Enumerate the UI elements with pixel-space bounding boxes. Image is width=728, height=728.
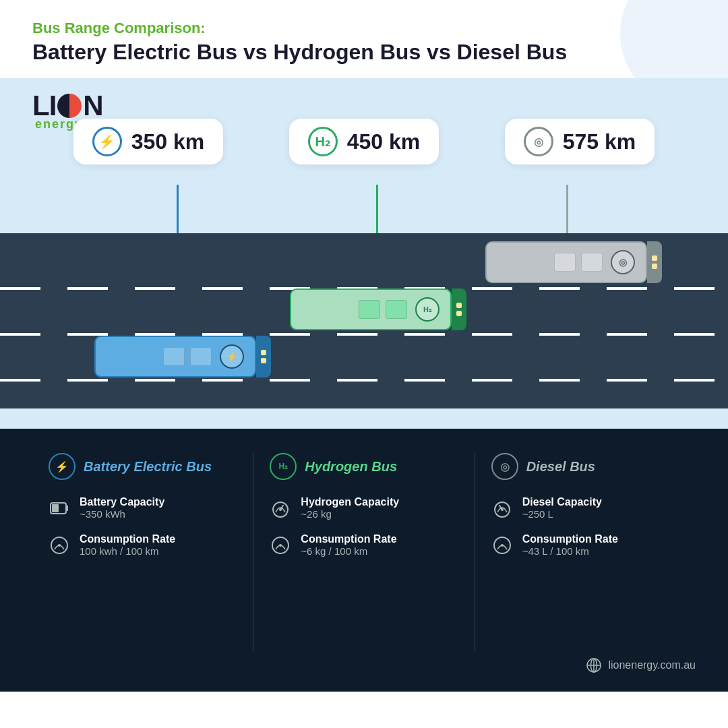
- card-diesel-stat-1: Diesel Capacity ~250 L: [491, 496, 679, 520]
- range-badges-container: ⚡ 350 km H₂ 450 km ◎ 575 km: [0, 119, 728, 164]
- bus-window-e2: [190, 347, 212, 366]
- diesel-badge-icon: ◎: [524, 127, 553, 156]
- card-hydrogen-header: H₂ Hydrogen Bus: [270, 453, 458, 480]
- card-electric-stat-2: Consumption Rate 100 kwh / 100 km: [49, 533, 237, 557]
- range-badge-hydrogen: H₂ 450 km: [289, 119, 439, 164]
- logo-n: N: [83, 92, 102, 120]
- svg-point-7: [279, 508, 282, 511]
- card-electric-stat-1: Battery Capacity ~350 kWh: [49, 496, 237, 520]
- bus-electric: ⚡: [94, 336, 256, 377]
- stat-value-h1: ~26 kg: [301, 508, 399, 520]
- headlight-h2: [456, 311, 462, 316]
- header-subtitle: Bus Range Comparison:: [32, 19, 696, 38]
- stat-value-e2: 100 kwh / 100 km: [80, 545, 175, 557]
- speedometer-icon-e: [49, 535, 70, 556]
- stat-label-h1: Hydrogen Capacity: [301, 496, 399, 508]
- speedometer-icon-d: [491, 535, 513, 556]
- card-electric-title: Battery Electric Bus: [84, 459, 212, 475]
- bus-diesel-icon: ◎: [611, 250, 635, 274]
- card-hydrogen-title: Hydrogen Bus: [305, 459, 397, 475]
- stat-value-d2: ~43 L / 100 km: [522, 545, 618, 557]
- stat-value-e1: ~350 kWh: [80, 508, 164, 520]
- svg-point-9: [279, 544, 282, 547]
- header-title: Battery Electric Bus vs Hydrogen Bus vs …: [32, 38, 696, 67]
- gauge-icon-d: [491, 497, 513, 519]
- stat-text-h1: Hydrogen Capacity ~26 kg: [301, 496, 399, 520]
- headlight-e1: [261, 350, 266, 355]
- range-badge-electric: ⚡ 350 km: [73, 119, 224, 164]
- stat-text-e2: Consumption Rate 100 kwh / 100 km: [80, 533, 175, 557]
- bus-window-d1: [554, 253, 576, 272]
- svg-rect-1: [66, 506, 68, 511]
- footer: lionenergy.com.au: [32, 651, 696, 673]
- bus-electric-icon: ⚡: [220, 344, 244, 369]
- svg-point-4: [58, 544, 61, 547]
- card-diesel-header: ◎ Diesel Bus: [491, 453, 679, 480]
- bus-diesel: ◎: [485, 241, 647, 283]
- bus-hydrogen-front: [452, 289, 466, 330]
- bus-diesel-front: [647, 241, 662, 283]
- bottom-cards: ⚡ Battery Electric Bus Battery Capacity …: [32, 453, 696, 651]
- bus-window-h1: [359, 300, 380, 319]
- bottom-section: ⚡ Battery Electric Bus Battery Capacity …: [0, 429, 728, 692]
- headlight-e2: [261, 358, 266, 363]
- stat-text-d2: Consumption Rate ~43 L / 100 km: [522, 533, 618, 557]
- card-diesel-title: Diesel Bus: [526, 459, 595, 475]
- card-electric-icon: ⚡: [49, 453, 75, 480]
- logo-li: LI: [32, 92, 56, 120]
- card-hydrogen-icon: H₂: [270, 453, 297, 480]
- stat-label-h2: Consumption Rate: [301, 533, 396, 545]
- bus-window-d2: [581, 253, 603, 272]
- header-section: Bus Range Comparison: Battery Electric B…: [0, 0, 728, 78]
- card-diesel-icon: ◎: [491, 453, 518, 480]
- range-badge-diesel: ◎ 575 km: [505, 119, 655, 164]
- road: ⚡ H₂ ◎: [0, 233, 728, 408]
- card-diesel: ◎ Diesel Bus Diesel Capacity ~250 L: [475, 453, 696, 651]
- stat-label-d1: Diesel Capacity: [522, 496, 602, 508]
- footer-website: lionenergy.com.au: [608, 659, 696, 671]
- card-hydrogen-stat-1: Hydrogen Capacity ~26 kg: [270, 496, 458, 520]
- svg-point-12: [501, 508, 504, 511]
- svg-rect-2: [52, 504, 59, 512]
- bus-electric-front: [256, 336, 271, 377]
- road-line-bottom: [0, 379, 728, 382]
- headlight-d1: [652, 255, 657, 261]
- diesel-range-value: 575 km: [563, 129, 636, 154]
- logo-text: LI N: [32, 92, 103, 120]
- globe-icon: [586, 658, 601, 673]
- svg-point-14: [501, 544, 504, 547]
- stat-text-d1: Diesel Capacity ~250 L: [522, 496, 602, 520]
- stat-label-d2: Consumption Rate: [522, 533, 618, 545]
- electric-range-value: 350 km: [131, 129, 205, 154]
- bus-hydrogen: H₂: [290, 289, 452, 330]
- card-hydrogen: H₂ Hydrogen Bus Hydrogen Capacity ~26 kg: [253, 453, 475, 651]
- stat-label-e1: Battery Capacity: [80, 496, 164, 508]
- deco-circle: [620, 0, 728, 78]
- stat-value-d1: ~250 L: [522, 508, 602, 520]
- gauge-icon-h: [270, 497, 291, 519]
- bus-window-h2: [386, 300, 407, 319]
- card-electric: ⚡ Battery Electric Bus Battery Capacity …: [32, 453, 253, 651]
- headlight-h1: [456, 303, 462, 308]
- bus-hydrogen-icon: H₂: [415, 297, 439, 322]
- card-electric-header: ⚡ Battery Electric Bus: [49, 453, 237, 480]
- electric-badge-icon: ⚡: [92, 127, 122, 156]
- stat-text-h2: Consumption Rate ~6 kg / 100 km: [301, 533, 396, 557]
- hydrogen-range-value: 450 km: [347, 129, 421, 154]
- logo-o-icon: [57, 94, 82, 118]
- stat-label-e2: Consumption Rate: [80, 533, 175, 545]
- headlight-d2: [652, 264, 657, 269]
- hydrogen-badge-icon: H₂: [308, 127, 338, 156]
- stat-value-h2: ~6 kg / 100 km: [301, 545, 396, 557]
- stat-text-e1: Battery Capacity ~350 kWh: [80, 496, 164, 520]
- battery-icon: [49, 497, 70, 519]
- speedometer-icon-h: [270, 535, 291, 556]
- main-visual-area: LI N energy ⚡ 350 km H₂ 450 km ◎ 575 km: [0, 78, 728, 429]
- card-hydrogen-stat-2: Consumption Rate ~6 kg / 100 km: [270, 533, 458, 557]
- card-diesel-stat-2: Consumption Rate ~43 L / 100 km: [491, 533, 679, 557]
- bus-window-e1: [163, 347, 185, 366]
